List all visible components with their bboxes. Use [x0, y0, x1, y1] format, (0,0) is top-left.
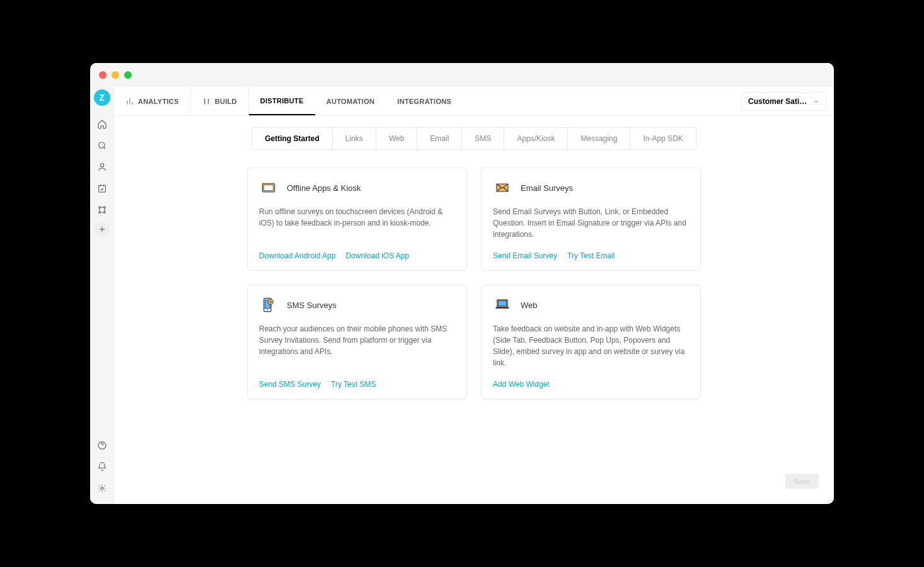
svg-rect-10 — [264, 185, 274, 191]
tab-integrations[interactable]: INTEGRATIONS — [386, 87, 463, 115]
subnav-links[interactable]: Links — [333, 128, 376, 149]
sms-phone-icon — [259, 295, 278, 314]
try-test-sms-link[interactable]: Try Test SMS — [331, 380, 376, 389]
help-icon[interactable] — [93, 436, 112, 455]
svg-point-14 — [267, 309, 269, 311]
try-test-email-link[interactable]: Try Test Email — [567, 251, 615, 260]
subnav-in-app-sdk[interactable]: In-App SDK — [630, 128, 695, 149]
home-icon[interactable] — [93, 115, 112, 134]
subnav-messaging[interactable]: Messaging — [568, 128, 630, 149]
card-title: SMS Surveys — [287, 301, 337, 310]
window-titlebar — [90, 63, 834, 87]
card-header: Offline Apps & Kiosk — [259, 178, 455, 197]
subnav-email[interactable]: Email — [417, 128, 462, 149]
cards-grid: Offline Apps & Kiosk Run offline surveys… — [247, 168, 701, 399]
svg-point-1 — [100, 164, 103, 167]
card-header: Email Surveys — [493, 178, 689, 197]
card-title: Offline Apps & Kiosk — [287, 183, 361, 193]
project-selector-label: Customer Satisfaction ... — [748, 97, 808, 106]
email-icon — [493, 178, 512, 197]
card-email-surveys: Email Surveys Send Email Surveys with Bu… — [481, 168, 701, 271]
card-desc: Run offline surveys on touchscreen devic… — [259, 206, 455, 240]
download-android-link[interactable]: Download Android App — [259, 251, 335, 260]
subnav-sms[interactable]: SMS — [462, 128, 504, 149]
svg-rect-18 — [495, 307, 509, 308]
sidebar-top: Z — [93, 89, 112, 436]
tab-label: ANALYTICS — [138, 98, 179, 105]
card-desc: Reach your audiences on their mobile pho… — [259, 323, 455, 369]
subnav-getting-started[interactable]: Getting Started — [252, 128, 333, 149]
card-title: Email Surveys — [521, 183, 573, 193]
card-actions: Add Web Widget — [493, 380, 689, 389]
minimize-window-icon[interactable] — [112, 71, 119, 79]
bell-icon[interactable] — [93, 457, 112, 476]
tab-analytics[interactable]: ANALYTICS — [114, 87, 191, 115]
maximize-window-icon[interactable] — [124, 71, 132, 79]
gear-icon[interactable] — [93, 479, 112, 498]
tab-label: AUTOMATION — [326, 98, 375, 105]
svg-point-6 — [103, 212, 105, 214]
top-nav: ANALYTICS BUILD DISTRIBUTE AUTOMATION IN… — [114, 87, 834, 116]
sidebar-bottom — [93, 436, 112, 504]
card-offline-apps-kiosk: Offline Apps & Kiosk Run offline surveys… — [247, 168, 467, 271]
top-nav-tabs: ANALYTICS BUILD DISTRIBUTE AUTOMATION IN… — [114, 87, 463, 115]
subnav-web[interactable]: Web — [376, 128, 417, 149]
card-actions: Send Email Survey Try Test Email — [493, 251, 689, 260]
card-desc: Send Email Surveys with Button, Link, or… — [493, 206, 689, 240]
send-email-survey-link[interactable]: Send Email Survey — [493, 251, 557, 260]
tab-distribute[interactable]: DISTRIBUTE — [249, 87, 315, 115]
build-icon — [202, 97, 211, 106]
close-window-icon[interactable] — [99, 71, 107, 79]
tab-label: BUILD — [215, 98, 237, 105]
user-icon[interactable] — [93, 158, 112, 176]
card-sms-surveys: SMS Surveys Reach your audiences on thei… — [247, 285, 467, 399]
svg-rect-17 — [499, 301, 507, 306]
project-selector[interactable]: Customer Satisfaction ... — [741, 92, 826, 111]
subnav-apps-kiosk[interactable]: Apps/Kiosk — [504, 128, 568, 149]
svg-point-8 — [101, 487, 103, 490]
card-header: SMS Surveys — [259, 295, 455, 314]
content: Getting Started Links Web Email SMS Apps… — [114, 116, 834, 425]
card-desc: Take feedback on website and in-app with… — [493, 323, 689, 369]
svg-point-3 — [98, 207, 100, 209]
tab-label: INTEGRATIONS — [397, 98, 451, 105]
laptop-web-icon — [493, 295, 512, 314]
analytics-icon — [125, 97, 134, 106]
card-web: Web Take feedback on website and in-app … — [481, 285, 701, 399]
sidebar: Z — [90, 87, 114, 504]
add-web-widget-link[interactable]: Add Web Widget — [493, 380, 550, 389]
tab-automation[interactable]: AUTOMATION — [315, 87, 386, 115]
svg-point-0 — [98, 142, 104, 148]
svg-point-4 — [103, 207, 105, 209]
card-actions: Send SMS Survey Try Test SMS — [259, 380, 455, 389]
workflow-icon[interactable] — [93, 200, 112, 219]
app-body: Z — [90, 87, 834, 504]
card-actions: Download Android App Download iOS App — [259, 251, 455, 260]
download-ios-link[interactable]: Download iOS App — [345, 251, 409, 260]
distribute-subnav: Getting Started Links Web Email SMS Apps… — [251, 127, 696, 150]
chevron-down-icon — [813, 98, 819, 105]
main-area: ANALYTICS BUILD DISTRIBUTE AUTOMATION IN… — [114, 87, 834, 504]
add-icon[interactable] — [95, 222, 110, 237]
tablet-kiosk-icon — [259, 178, 278, 197]
app-logo[interactable]: Z — [94, 89, 110, 106]
search-globe-icon[interactable] — [93, 136, 112, 155]
svg-point-5 — [98, 212, 100, 214]
card-header: Web — [493, 295, 689, 314]
card-title: Web — [521, 301, 538, 310]
app-window: Z — [90, 63, 834, 504]
save-button: Save — [785, 474, 819, 489]
tab-label: DISTRIBUTE — [260, 97, 304, 105]
tab-build[interactable]: BUILD — [191, 87, 249, 115]
svg-rect-2 — [98, 185, 105, 192]
calendar-check-icon[interactable] — [93, 179, 112, 198]
send-sms-survey-link[interactable]: Send SMS Survey — [259, 380, 321, 389]
